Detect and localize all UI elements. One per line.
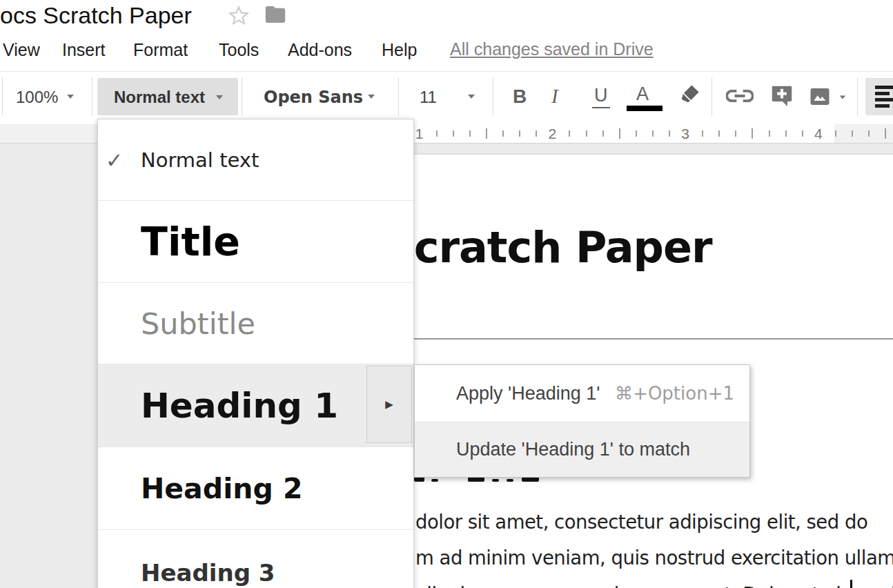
save-status[interactable]: All changes saved in Drive — [450, 39, 654, 59]
style-item-heading1[interactable]: Heading 1 ▶ — [98, 364, 413, 447]
style-item-heading2[interactable]: Heading 2 — [98, 447, 413, 530]
toolbar-separator — [398, 77, 399, 116]
header: ocs Scratch Paper View Insert Format Too… — [0, 0, 893, 124]
apply-heading1-label: Apply 'Heading 1' — [456, 383, 600, 404]
underline-button[interactable]: U — [592, 85, 610, 108]
menu-addons[interactable]: Add-ons — [288, 40, 352, 60]
styles-select[interactable]: Normal text — [97, 78, 238, 115]
insert-link-icon[interactable] — [726, 86, 754, 109]
menu-help[interactable]: Help — [382, 40, 417, 60]
dropdown-arrow-icon[interactable] — [840, 95, 846, 99]
submenu-arrow-icon: ▶ — [385, 398, 393, 411]
highlighter-icon[interactable] — [678, 81, 703, 109]
check-icon: ✓ — [106, 148, 123, 172]
toolbar-divider — [0, 71, 893, 72]
dropdown-arrow-icon[interactable] — [67, 95, 74, 99]
document-title-field[interactable]: ocs Scratch Paper — [0, 2, 192, 29]
styles-select-value: Normal text — [114, 88, 205, 107]
dropdown-arrow-icon[interactable] — [468, 95, 475, 99]
menu-format[interactable]: Format — [133, 40, 188, 60]
menu-insert[interactable]: Insert — [62, 40, 106, 60]
update-heading1-label: Update 'Heading 1' to match — [456, 439, 690, 460]
align-left-icon — [875, 86, 893, 108]
toolbar-separator — [493, 77, 493, 116]
menu-view[interactable]: View — [3, 40, 40, 60]
style-item-normal-text[interactable]: ✓ Normal text — [98, 119, 413, 201]
body-text-line[interactable]: aliquip ex ea commodo consequat. Duis au… — [415, 583, 893, 588]
bold-button[interactable]: B — [513, 86, 527, 108]
zoom-select[interactable]: 100% — [16, 88, 58, 107]
google-docs-window: ocs Scratch Paper View Insert Format Too… — [0, 0, 893, 588]
style-item-heading3[interactable]: Heading 3 — [98, 530, 413, 588]
document-heading-title[interactable]: Scratch Paper — [384, 222, 712, 273]
insert-image-icon[interactable] — [807, 84, 832, 112]
align-button[interactable] — [865, 78, 893, 115]
dropdown-arrow-icon[interactable] — [368, 95, 375, 99]
style-item-subtitle[interactable]: Subtitle — [98, 283, 413, 364]
dropdown-arrow-icon — [216, 95, 223, 99]
font-size-select[interactable]: 11 — [420, 88, 437, 107]
apply-heading1-item[interactable]: Apply 'Heading 1' ⌘+Option+1 — [415, 365, 749, 422]
text-color-swatch[interactable] — [627, 106, 663, 111]
italic-button[interactable]: I — [551, 85, 558, 108]
heading1-submenu: Apply 'Heading 1' ⌘+Option+1 Update 'Hea… — [414, 364, 750, 478]
body-text-line[interactable]: m ad minim veniam, quis nostrud exercita… — [415, 547, 893, 569]
toolbar-separator — [2, 77, 3, 116]
star-icon[interactable] — [227, 4, 251, 30]
toolbar-separator — [712, 77, 712, 116]
toolbar-separator — [242, 77, 242, 116]
folder-icon[interactable] — [264, 4, 287, 28]
style-item-title[interactable]: Title — [98, 201, 413, 283]
text-color-button[interactable]: A — [636, 84, 649, 105]
update-heading1-item[interactable]: Update 'Heading 1' to match — [415, 422, 749, 477]
toolbar-separator — [857, 77, 858, 116]
menu-tools[interactable]: Tools — [219, 40, 259, 60]
font-select[interactable]: Open Sans — [264, 88, 363, 107]
insert-comment-icon[interactable] — [769, 83, 795, 112]
shortcut-label: ⌘+Option+1 — [615, 383, 734, 404]
heading1-submenu-button[interactable]: ▶ — [366, 366, 412, 443]
styles-dropdown-menu: ✓ Normal text Title Subtitle Heading 1 ▶… — [97, 119, 414, 588]
body-text-line[interactable]: dolor sit amet, consectetur adipiscing e… — [415, 511, 867, 533]
text-cursor — [850, 580, 852, 588]
toolbar-separator — [92, 77, 92, 116]
